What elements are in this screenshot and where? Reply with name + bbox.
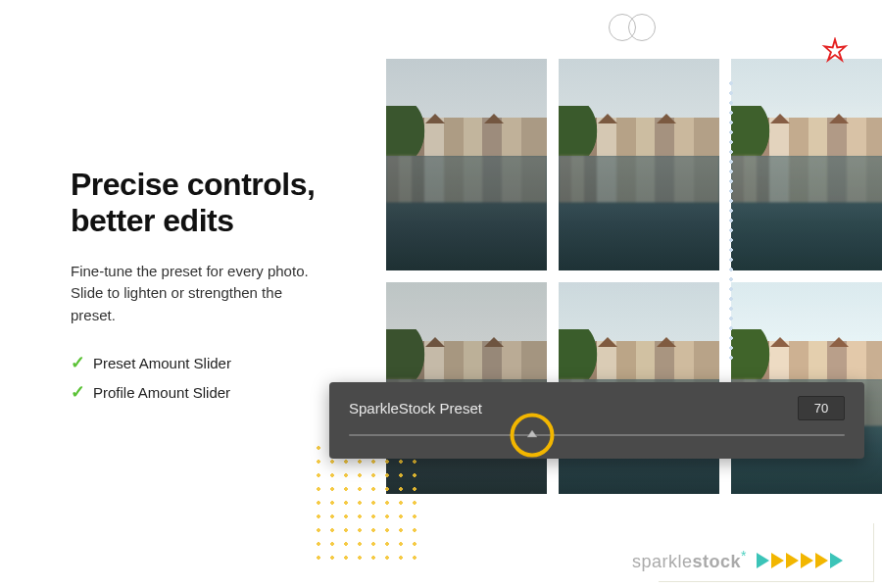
feature-item-2: ✓ Profile Amount Slider (71, 381, 353, 403)
brand-footer: sparklestock* (632, 548, 843, 572)
check-icon: ✓ (71, 352, 85, 373)
slider-track[interactable] (349, 434, 845, 436)
decorative-dots-yellow (312, 441, 419, 568)
triangle-row-icon (757, 553, 843, 568)
brand-name-bold: stock (693, 552, 742, 571)
gallery-thumb (559, 59, 719, 270)
feature-label: Preset Amount Slider (93, 355, 231, 371)
brand-name-light: sparkle (632, 552, 693, 571)
gallery-panel (382, 0, 882, 588)
star-icon (821, 37, 849, 65)
slider-value-box[interactable]: 70 (798, 396, 845, 420)
gallery-thumb (386, 59, 547, 270)
decorative-dots-vertical (726, 78, 736, 363)
brand-logo-text: sparklestock* (632, 548, 747, 572)
slider-label: SparkleStock Preset (349, 400, 482, 416)
feature-list: ✓ Preset Amount Slider ✓ Profile Amount … (71, 352, 353, 403)
overlap-circles-icon (605, 14, 660, 43)
check-icon: ✓ (71, 381, 85, 403)
feature-item-1: ✓ Preset Amount Slider (71, 352, 353, 373)
asterisk-icon: * (741, 548, 747, 564)
description: Fine-tune the preset for every photo. Sl… (71, 261, 325, 327)
preset-slider-panel: SparkleStock Preset 70 (329, 382, 864, 459)
slider-thumb[interactable] (526, 429, 538, 441)
feature-label: Profile Amount Slider (93, 384, 230, 401)
gallery-thumb (731, 59, 882, 270)
headline: Precise controls, better edits (71, 167, 353, 239)
